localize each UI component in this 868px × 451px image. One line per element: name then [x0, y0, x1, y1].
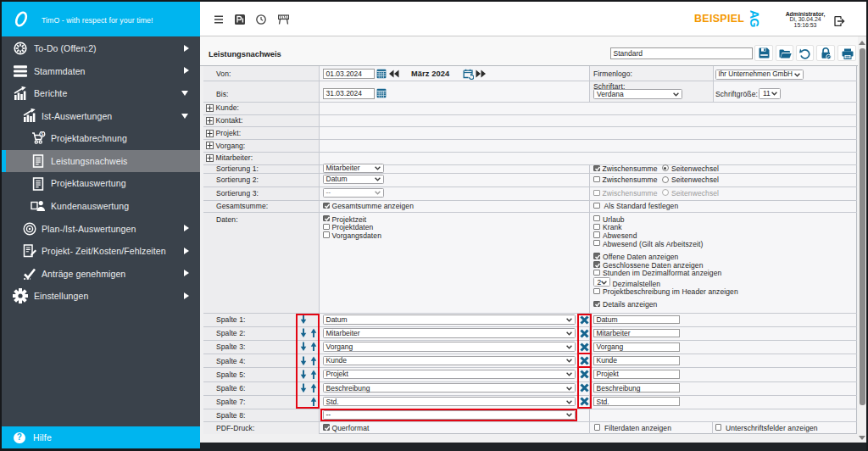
svg-text:$: $	[41, 132, 43, 137]
